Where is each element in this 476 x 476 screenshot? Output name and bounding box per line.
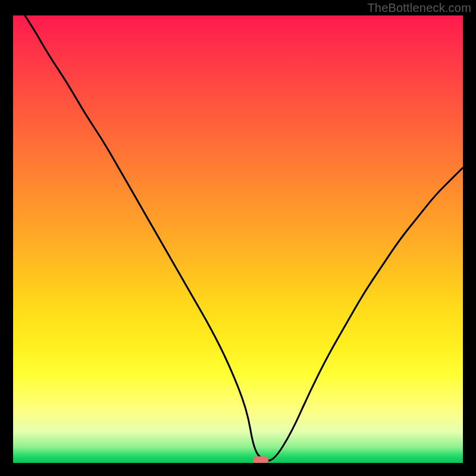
plot-area <box>13 15 463 463</box>
bottleneck-curve <box>13 15 463 461</box>
curve-layer <box>13 15 463 463</box>
optimal-marker <box>253 456 268 463</box>
chart-frame: TheBottleneck.com <box>0 0 476 476</box>
attribution-text: TheBottleneck.com <box>367 1 471 15</box>
